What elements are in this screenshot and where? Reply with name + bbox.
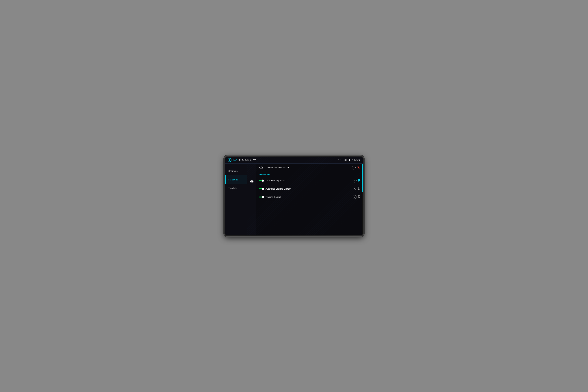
lane-keeping-actions: i [353,179,360,182]
ac-progress-bar [259,160,337,160]
close-obstacle-info-btn[interactable]: i [352,166,356,170]
hamburger-icon [250,168,253,170]
function-row-auto-braking: Automatic Braking System [256,185,363,193]
icon-column [247,164,256,236]
lane-keeping-info-btn[interactable]: i [353,179,357,182]
clock-display: 14:29 [352,158,360,162]
svg-point-2 [252,182,253,183]
svg-rect-3 [251,182,252,182]
assistances-title: Assistances [259,173,270,176]
category-menu-icon-wrapper[interactable] [247,165,256,172]
auto-braking-settings-btn[interactable] [353,187,357,191]
svg-text:!: ! [261,167,262,169]
svg-point-1 [250,182,251,183]
lane-keeping-label: Lane Keeping Assist [266,179,351,182]
auto-braking-bookmark[interactable] [358,187,360,190]
wifi-icon [338,159,341,161]
function-row-close-obstacle: P ! Close Obstacle Detection i 🔖 [256,164,363,172]
traction-control-bookmark[interactable] [358,195,360,199]
content-area: P ! Close Obstacle Detection i 🔖 [247,164,363,236]
header-right: 4G 14:29 [338,158,360,162]
sidebar-item-tutorials[interactable]: Tutorials [225,184,247,193]
function-list: P ! Close Obstacle Detection i 🔖 [256,164,363,236]
traction-control-actions: i [353,195,360,199]
close-obstacle-bookmark[interactable]: 🔖 [357,166,360,169]
parking-warning-icon: P ! [259,166,263,169]
function-row-traction-control: Traction Control i [256,193,363,201]
sidebar: Shortcuts Functions Tutorials [225,164,247,236]
media-play-icon[interactable] [228,158,231,162]
svg-rect-4 [252,182,252,182]
4g-signal-icon: 4G [343,159,346,161]
header-left: 18c 22.5 A/C AUTO [228,158,338,162]
traction-control-label: Traction Control [266,196,351,198]
car-infotainment-frame: 18c 22.5 A/C AUTO 4G [224,156,364,236]
function-row-lane-keeping: Lane Keeping Assist i [256,176,363,185]
category-car-icon-wrapper[interactable] [247,172,256,185]
traction-control-toggle[interactable] [259,196,264,198]
traction-control-info-btn[interactable]: i [353,195,357,199]
assistances-section-header: Assistances [256,172,363,176]
ac-temp-display: 22.5 A/C AUTO [239,159,256,162]
temperature-display: 18c [233,158,237,162]
car-category-icon [249,180,254,183]
auto-braking-actions [353,187,360,191]
sidebar-item-functions[interactable]: Functions [225,175,247,184]
header-bar: 18c 22.5 A/C AUTO 4G [225,157,363,164]
sidebar-item-shortcuts[interactable]: Shortcuts [225,167,247,175]
close-obstacle-label: Close Obstacle Detection [265,166,350,169]
scroll-indicator [362,164,363,236]
main-content: Shortcuts Functions Tutorials [225,164,363,236]
scroll-thumb [362,164,363,192]
svg-point-6 [354,188,355,189]
lane-keeping-bookmark[interactable] [358,179,360,182]
screen: 18c 22.5 A/C AUTO 4G [225,157,363,236]
close-obstacle-actions: i 🔖 [352,166,360,170]
auto-braking-label: Automatic Braking System [266,188,351,190]
auto-braking-toggle[interactable] [259,188,264,189]
navigation-icon [348,159,351,162]
lane-keeping-toggle[interactable] [259,180,264,181]
